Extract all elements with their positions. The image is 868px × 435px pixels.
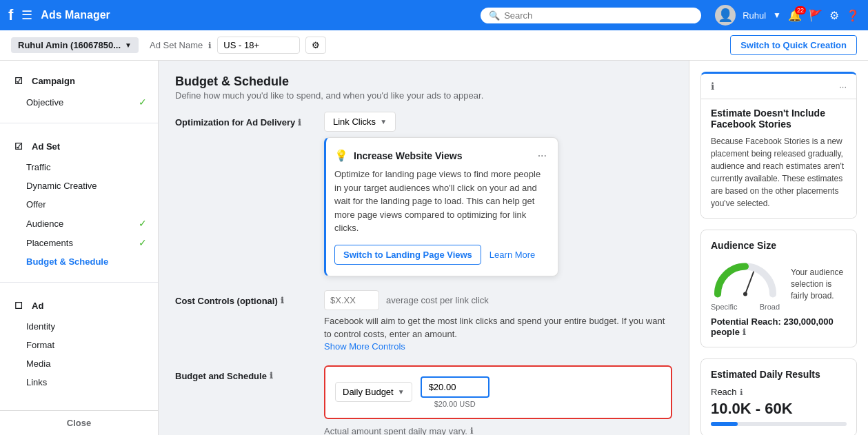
audience-size-card: Audience Size — [700, 230, 857, 347]
notifications-icon[interactable]: 🔔 22 — [788, 9, 802, 22]
sidebar-campaign-section: ☑ Campaign Objective ✓ — [0, 61, 158, 120]
popup-card-title: 💡 Increase Website Views — [334, 149, 462, 162]
notice-text: Because Facebook Stories is a new placem… — [711, 135, 847, 210]
sidebar-ad-section: ☐ Ad Identity Format Media Links — [0, 285, 158, 400]
sidebar-item-traffic[interactable]: Traffic — [0, 158, 158, 176]
gauge-container: Specific Broad Your audience selection i… — [711, 258, 847, 311]
sidebar-item-identity[interactable]: Identity — [0, 317, 158, 336]
cost-row: average cost per link click — [324, 290, 672, 310]
settings-icon[interactable]: ⚙ — [829, 9, 839, 22]
adset-checkbox-icon: ☑ — [11, 139, 26, 154]
sidebar-item-offer[interactable]: Offer — [0, 195, 158, 214]
sidebar-item-format[interactable]: Format — [0, 336, 158, 354]
search-input[interactable] — [504, 10, 693, 21]
budget-schedule-label: Budget and Schedule ℹ — [175, 365, 313, 381]
budget-amount-input[interactable] — [421, 376, 489, 398]
campaign-checkbox-icon: ☑ — [11, 73, 26, 88]
actual-amount-info-icon[interactable]: ℹ — [470, 426, 474, 435]
gauge-broad-label: Broad — [760, 303, 780, 311]
est-reach-value: 10.0K - 60K — [711, 400, 847, 418]
nav-title: Ads Manager — [41, 9, 110, 21]
popup-card: 💡 Increase Website Views ··· Optimize fo… — [324, 137, 558, 276]
optimization-row: Optimization for Ad Delivery ℹ Link Clic… — [175, 112, 672, 276]
notice-card-header: ℹ ··· — [701, 74, 856, 99]
daily-budget-label: Daily Budget — [343, 387, 394, 397]
svg-point-1 — [743, 292, 747, 296]
adset-info-icon[interactable]: ℹ — [208, 41, 212, 50]
notice-menu-icon[interactable]: ··· — [839, 81, 847, 92]
close-button[interactable]: Close — [0, 410, 158, 435]
sidebar-campaign-header: ☑ Campaign — [0, 69, 158, 92]
search-bar[interactable]: 🔍 — [481, 8, 701, 23]
nav-right: 👤 Ruhul ▼ 🔔 22 🚩 ⚙ ❓ — [715, 5, 860, 26]
daily-budget-chevron-icon: ▼ — [398, 388, 405, 396]
sidebar-divider-2 — [0, 282, 158, 283]
quick-creation-button[interactable]: Switch to Quick Creation — [730, 35, 857, 55]
potential-reach-info-icon[interactable]: ℹ — [743, 327, 746, 337]
budget-usd-note: $20.00 USD — [434, 400, 476, 408]
flag-icon[interactable]: 🚩 — [809, 9, 822, 22]
adset-name-row: Ad Set Name ℹ ⚙ — [150, 37, 326, 54]
sidebar-links-label: Links — [26, 377, 47, 387]
notification-badge: 22 — [795, 6, 806, 14]
daily-budget-dropdown[interactable]: Daily Budget ▼ — [335, 382, 412, 402]
sidebar-dynamic-creative-label: Dynamic Creative — [26, 181, 97, 191]
learn-more-link[interactable]: Learn More — [489, 250, 535, 260]
sidebar-item-media[interactable]: Media — [0, 354, 158, 373]
budget-schedule-row: Budget and Schedule ℹ Daily Budget ▼ $20… — [175, 365, 672, 436]
sidebar-item-objective[interactable]: Objective ✓ — [0, 92, 158, 112]
sidebar-item-dynamic-creative[interactable]: Dynamic Creative — [0, 176, 158, 195]
est-reach-info-icon[interactable]: ℹ — [740, 387, 743, 397]
gauge-chart — [711, 258, 780, 299]
adset-gear-button[interactable]: ⚙ — [305, 37, 326, 54]
user-chevron[interactable]: ▼ — [773, 10, 781, 20]
show-more-controls-link[interactable]: Show More Controls — [324, 341, 405, 352]
svg-line-0 — [745, 272, 754, 294]
estimated-results-card: Estimated Daily Results Reach ℹ 10.0K - … — [700, 358, 857, 435]
sidebar-identity-label: Identity — [26, 321, 55, 332]
center-panel: Budget & Schedule Define how much you'd … — [159, 61, 689, 435]
sidebar-item-links[interactable]: Links — [0, 373, 158, 392]
sidebar-item-audience[interactable]: Audience ✓ — [0, 214, 158, 233]
optimization-dropdown[interactable]: Link Clicks ▼ — [324, 112, 396, 132]
user-name: Ruhul — [743, 10, 766, 21]
sidebar-traffic-label: Traffic — [26, 162, 50, 172]
cost-controls-info-icon[interactable]: ℹ — [281, 296, 284, 305]
popup-menu-icon[interactable]: ··· — [538, 150, 547, 162]
potential-reach: Potential Reach: 230,000,000 people ℹ — [711, 316, 847, 337]
cost-controls-row: Cost Controls (optional) ℹ average cost … — [175, 290, 672, 352]
avg-cost-label: average cost per link click — [386, 295, 489, 305]
sidebar-offer-label: Offer — [26, 199, 46, 210]
adset-name-input[interactable] — [217, 37, 300, 54]
sidebar-item-budget-schedule[interactable]: Budget & Schedule — [0, 252, 158, 271]
section-subtitle: Define how much you'd like to spend, and… — [175, 90, 672, 101]
sidebar-format-label: Format — [26, 340, 54, 350]
notice-card-body: Estimate Doesn't Include Facebook Storie… — [701, 99, 856, 218]
optimization-info-icon[interactable]: ℹ — [298, 118, 301, 128]
hamburger-icon[interactable]: ☰ — [21, 8, 32, 23]
notice-card: ℹ ··· Estimate Doesn't Include Facebook … — [700, 72, 857, 219]
sidebar-item-placements[interactable]: Placements ✓ — [0, 233, 158, 252]
est-bar-fill — [711, 422, 738, 426]
section-title: Budget & Schedule — [175, 74, 672, 89]
popup-card-body: Optimize for landing page views to find … — [334, 168, 547, 235]
switch-landing-page-button[interactable]: Switch to Landing Page Views — [334, 245, 481, 265]
budget-schedule-info-icon[interactable]: ℹ — [270, 371, 273, 381]
sidebar-ad-header: ☐ Ad — [0, 294, 158, 317]
help-icon[interactable]: ❓ — [846, 9, 860, 22]
popup-card-header: 💡 Increase Website Views ··· — [334, 149, 547, 162]
fb-logo: f — [8, 6, 13, 24]
sidebar-objective-label: Objective — [26, 97, 63, 108]
actual-amount-note: Actual amount spent daily may vary. ℹ — [324, 426, 672, 436]
cost-controls-label: Cost Controls (optional) ℹ — [175, 290, 313, 306]
cost-input[interactable] — [324, 290, 379, 310]
budget-section: Daily Budget ▼ $20.00 USD — [324, 365, 672, 419]
est-results-title: Estimated Daily Results — [711, 369, 847, 380]
sidebar-media-label: Media — [26, 358, 50, 369]
sidebar-adset-section: ☑ Ad Set Traffic Dynamic Creative Offer … — [0, 126, 158, 279]
account-selector[interactable]: Ruhul Amin (16067850... ▼ — [11, 37, 139, 53]
account-chevron-icon: ▼ — [125, 41, 132, 49]
right-panel-inner: ℹ ··· Estimate Doesn't Include Facebook … — [689, 61, 868, 435]
search-icon: 🔍 — [489, 10, 500, 21]
cost-description: Facebook will aim to get the most link c… — [324, 314, 672, 341]
